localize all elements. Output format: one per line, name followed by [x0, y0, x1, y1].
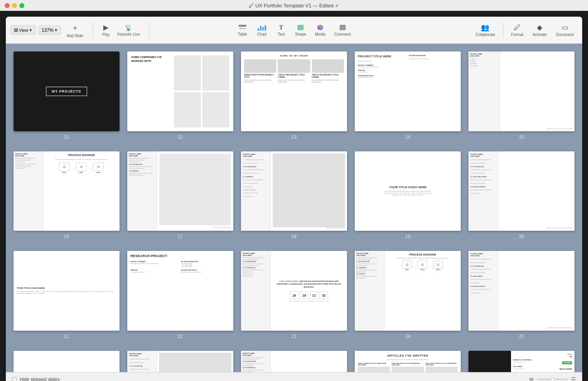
- slide-18-sidebar: PROJECT NAMEGOES HERE 01. IN THE BRIEFIN…: [241, 151, 271, 231]
- view-label: View: [19, 28, 28, 33]
- slide-thumb-26[interactable]: YOUR TITLE GOES HERE Your text about the…: [14, 351, 120, 372]
- text-button[interactable]: T Text: [272, 22, 291, 38]
- slide-thumb-22[interactable]: RESEARCH PROJECT PROJECT SUMMARY Lorem i…: [127, 251, 233, 331]
- slide-thumb-28[interactable]: PROJECT NAMEGOES HERE 01. IN THE BRIEFIN…: [241, 351, 347, 372]
- slide-grid: MY PROJECTS 11 SOME COMPANIES I'VE WORKE…: [14, 51, 574, 372]
- slide-number-14: 14: [405, 134, 410, 140]
- slide-thumb-15[interactable]: PROJECT NAMEGOES HERE 01. about 02. proc…: [468, 51, 574, 131]
- slide-24-sidebar: PROJECT NAMEGOES HERE 01. IN THE BRIEFIN…: [355, 251, 385, 331]
- slide-12-logo-2: [202, 55, 229, 91]
- toolbar-separator-1: [92, 22, 93, 38]
- slide-item: PROJECT TITLE HERE some one liner here P…: [355, 51, 461, 140]
- grid-view-icon[interactable]: ⊞: [529, 376, 534, 381]
- slide-thumb-14[interactable]: PROJECT TITLE HERE some one liner here P…: [355, 51, 461, 131]
- slide-item: SOME COMPANIES I'VE WORKED WITH 12: [127, 51, 233, 140]
- view-icon: ⊞: [14, 27, 18, 33]
- slide-thumb-27[interactable]: PROJECT NAMEGOES HERE 01. IN THE BRIEFIN…: [127, 351, 233, 372]
- slide-thumb-20[interactable]: PROJECT NAMEGOES HERE 01. IN THE BRIEFIN…: [468, 151, 574, 231]
- slide-27-main: SOMETHING HERE LOREM IPSUM: [157, 351, 233, 372]
- table-icon: [237, 24, 248, 31]
- list-view-icon[interactable]: ☰: [571, 376, 576, 381]
- slide-thumb-24[interactable]: PROJECT NAMEGOES HERE 01. IN THE BRIEFIN…: [355, 251, 461, 331]
- fullscreen-button[interactable]: [19, 3, 24, 8]
- slide-13-title: SOME OF MY WORK: [244, 55, 344, 57]
- slide-thumb-29[interactable]: ARTICLES I'VE WRITTEN I love writing art…: [355, 351, 461, 372]
- comment-button[interactable]: Comment: [330, 22, 355, 38]
- slide-number-11: 11: [64, 134, 69, 140]
- slide-25-main: SOMETHING HERE LOREM IPSUM COLOR AMT: [498, 251, 574, 331]
- slide-27-sidebar: PROJECT NAMEGOES HERE 01. IN THE BRIEFIN…: [127, 351, 157, 372]
- zoom-button[interactable]: 137% ▼: [38, 26, 62, 35]
- slide-thumb-19[interactable]: YOUR TITLE GOES HERE Your text about the…: [355, 151, 461, 231]
- slide-17-sidebar: PROJECT NAMEGOES HERE 01. IN THE BRIEFIN…: [127, 151, 157, 231]
- animate-button[interactable]: ◆ Animate: [529, 22, 551, 38]
- media-button[interactable]: Media: [311, 22, 330, 38]
- slide-thumb-18[interactable]: PROJECT NAMEGOES HERE 01. IN THE BRIEFIN…: [241, 151, 347, 231]
- add-slide-button[interactable]: ＋ Add Slide: [63, 21, 86, 39]
- slide-20-sidebar: PROJECT NAMEGOES HERE 01. IN THE BRIEFIN…: [468, 151, 498, 231]
- slide-thumb-12[interactable]: SOME COMPANIES I'VE WORKED WITH: [127, 51, 233, 131]
- slide-number-15: 15: [519, 134, 524, 140]
- shape-button[interactable]: Shape: [291, 22, 310, 38]
- slide-15-main: SOMETHING HERE LOREM IPSUM COLOR AMT: [500, 51, 574, 131]
- slide-item: YOUR TITLE GOES HERE Your text about the…: [355, 151, 461, 240]
- main-content: MY PROJECTS 11 SOME COMPANIES I'VE WORKE…: [6, 44, 582, 372]
- slide-22-title: RESEARCH PROJECT: [130, 254, 230, 258]
- format-button[interactable]: 🖊 Format: [507, 22, 527, 38]
- slide-number-13: 13: [291, 134, 296, 140]
- slide-item: PROJECT NAMEGOES HERE 01. IN THE BRIEFIN…: [127, 351, 233, 372]
- format-icon: 🖊: [514, 24, 521, 32]
- slide-12-logos: [174, 55, 229, 127]
- slide-23-sidebar: PROJECT NAMEGOES HERE 01. IN THE BRIEFIN…: [241, 251, 271, 331]
- zoom-slider-thumb[interactable]: [550, 378, 554, 381]
- view-chevron-icon: ▼: [29, 28, 32, 32]
- slide-thumb-30[interactable]: INDUSTRY ACTIVITIES Ladies UX MIDWEST UX…: [468, 351, 574, 372]
- toolbar-right: 👥 Collaborate 🖊 Format ◆ Animate ▭ Docum…: [472, 22, 578, 38]
- slide-23-main: In this research project, planned and co…: [271, 251, 347, 331]
- keynote-live-button[interactable]: 📡 Keynote Live: [114, 22, 143, 38]
- slide-item: PROJECT NAMEGOES HERE PROCESS DIAGRAM Yo…: [14, 151, 120, 240]
- slide-item: PROJECT NAMEGOES HERE 01. IN THE BRIEFIN…: [241, 151, 347, 240]
- slide-item: PROJECT NAMEGOES HERE 01. IN THE BRIEFIN…: [241, 351, 347, 372]
- table-button[interactable]: Table: [233, 22, 252, 38]
- toolbar-separator-3: [503, 22, 503, 38]
- slide-thumb-25[interactable]: PROJECT NAMEGOES HERE 01. IN THE BRIEFIN…: [468, 251, 574, 331]
- slide-21-title: YOUR TITLE GOES HERE: [17, 287, 116, 289]
- toolbar-left-group: ⊞ View ▼ 137% ▼ ＋ Add Slide: [10, 21, 86, 39]
- zoom-slider[interactable]: [537, 379, 568, 380]
- slide-16-sidebar: PROJECT NAMEGOES HERE: [14, 151, 43, 231]
- slide-number-23: 23: [291, 334, 296, 339]
- slide-thumb-21[interactable]: YOUR TITLE GOES HERE Your text about the…: [14, 251, 120, 331]
- slide-item: YOUR TITLE GOES HERE Your text about the…: [14, 251, 120, 339]
- slide-thumb-11[interactable]: MY PROJECTS: [14, 51, 120, 131]
- zoom-value: 137%: [42, 27, 54, 33]
- view-button[interactable]: ⊞ View ▼: [10, 25, 36, 35]
- hide-skipped-label: Hide skipped slides: [20, 377, 60, 381]
- slide-item: YOUR TITLE GOES HERE Your text about the…: [14, 351, 120, 372]
- slide-thumb-23[interactable]: PROJECT NAMEGOES HERE 01. IN THE BRIEFIN…: [241, 251, 347, 331]
- shape-icon: [295, 24, 306, 31]
- slide-13-grid: MOBILE PROTOTYPE PROJECT TITLE Lorem ips…: [244, 59, 344, 83]
- close-button[interactable]: [5, 3, 10, 8]
- minimize-button[interactable]: [12, 3, 17, 8]
- slide-29-articles: THIS IS THE ARTICLE TITLE LOREM IPSUM CO…: [358, 363, 458, 372]
- text-icon: T: [276, 24, 287, 31]
- app-window: ⊞ View ▼ 137% ▼ ＋ Add Slide ▶ Play 📡 Key…: [6, 17, 582, 381]
- zoom-chevron-icon: ▼: [54, 28, 58, 32]
- slide-thumb-16[interactable]: PROJECT NAMEGOES HERE PROCESS DIAGRAM Yo…: [14, 151, 120, 231]
- play-button[interactable]: ▶ Play: [99, 22, 113, 38]
- slide-28-sidebar: PROJECT NAMEGOES HERE 01. IN THE BRIEFIN…: [241, 351, 271, 372]
- hide-skipped-checkbox[interactable]: [12, 377, 17, 381]
- toolbar-center: Table Chart T Text: [233, 22, 355, 38]
- media-icon: [315, 24, 326, 31]
- window-title: 🖊 UX Portfolio Template V1 — Edited ✓: [249, 3, 339, 9]
- slide-number-19: 19: [405, 234, 410, 239]
- document-button[interactable]: ▭ Document: [552, 22, 578, 38]
- collaborate-button[interactable]: 👥 Collaborate: [472, 22, 499, 38]
- slide-item: PROJECT NAMEGOES HERE 01. IN THE BRIEFIN…: [355, 251, 461, 339]
- slide-11-title: MY PROJECTS: [46, 87, 87, 96]
- chart-button[interactable]: Chart: [253, 22, 271, 38]
- chart-icon: [256, 24, 267, 31]
- slide-thumb-17[interactable]: PROJECT NAMEGOES HERE 01. IN THE BRIEFIN…: [127, 151, 233, 231]
- slide-thumb-13[interactable]: SOME OF MY WORK MOBILE PROTOTYPE PROJECT…: [241, 51, 347, 131]
